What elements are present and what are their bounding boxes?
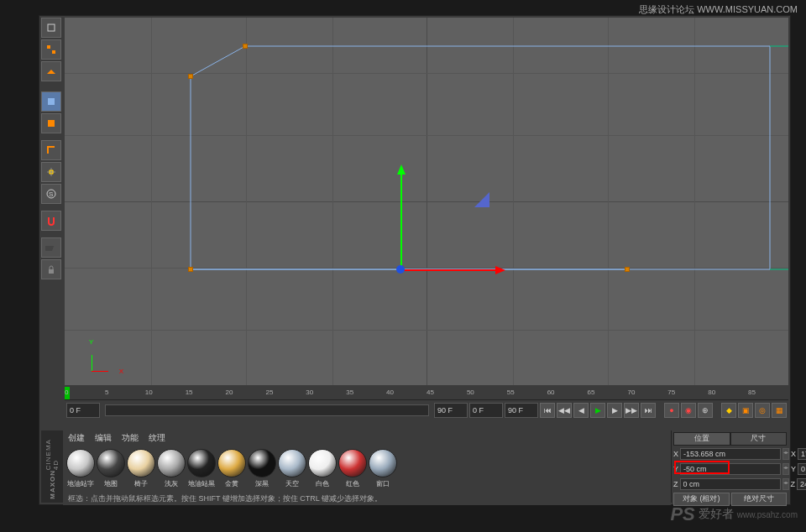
tool-point[interactable] bbox=[41, 162, 61, 182]
material-sphere-icon bbox=[127, 449, 155, 477]
spline-point[interactable] bbox=[188, 267, 193, 272]
x-size-input[interactable] bbox=[798, 448, 806, 460]
key-pos-button[interactable]: ◆ bbox=[721, 403, 736, 418]
ruler-tick-label: 40 bbox=[386, 389, 394, 396]
next-key-button[interactable]: ▶▶ bbox=[624, 403, 639, 418]
watermark-top: 思缘设计论坛 WWW.MISSYUAN.COM bbox=[639, 3, 798, 16]
material-item[interactable]: 地图 bbox=[97, 449, 125, 488]
spinner[interactable]: ◂▸ bbox=[782, 448, 789, 460]
record-button[interactable]: ● bbox=[664, 403, 679, 418]
material-item[interactable]: 天空 bbox=[278, 449, 306, 488]
material-item[interactable]: 椅子 bbox=[127, 449, 155, 488]
z-size-input[interactable] bbox=[797, 478, 806, 490]
tool-lock[interactable] bbox=[41, 259, 61, 279]
position-tab[interactable]: 位置 bbox=[673, 432, 730, 446]
y-position-input[interactable] bbox=[680, 463, 781, 475]
timeline-scrubber[interactable] bbox=[105, 404, 429, 416]
material-item[interactable]: 红色 bbox=[338, 449, 367, 488]
goto-start-button[interactable]: ⏮ bbox=[540, 403, 555, 418]
ruler-tick-label: 0 bbox=[65, 389, 68, 396]
material-label: 金黄 bbox=[225, 479, 238, 488]
end-frame-input[interactable] bbox=[434, 403, 468, 418]
tool-move[interactable] bbox=[41, 39, 61, 60]
material-item[interactable]: 金黄 bbox=[217, 449, 246, 488]
start-frame-input[interactable] bbox=[66, 403, 100, 418]
axis-label: X bbox=[673, 450, 678, 458]
ruler-tick-label: 70 bbox=[627, 389, 635, 396]
material-item[interactable]: 浅灰 bbox=[157, 449, 186, 488]
spline-point[interactable] bbox=[625, 267, 630, 272]
spline-point[interactable] bbox=[188, 74, 193, 79]
material-item[interactable]: 白色 bbox=[308, 449, 337, 488]
play-button[interactable]: ▶ bbox=[590, 403, 605, 418]
spline-point[interactable] bbox=[243, 44, 248, 49]
material-label: 天空 bbox=[285, 479, 299, 488]
tool-model[interactable] bbox=[41, 91, 61, 112]
autokey-button[interactable]: ◉ bbox=[681, 403, 696, 418]
material-row: 地油站字地图椅子浅灰地油站黑金黄深黑天空白色红色窗口 bbox=[63, 446, 671, 492]
material-tab[interactable]: 纹理 bbox=[149, 432, 165, 444]
z-position-input[interactable] bbox=[680, 478, 781, 490]
left-toolbar: S bbox=[39, 16, 63, 281]
timeline-ruler[interactable]: 0510152025303540455055606570758085 bbox=[65, 387, 788, 400]
material-tab[interactable]: 功能 bbox=[122, 432, 139, 444]
ruler-tick-label: 50 bbox=[467, 389, 474, 396]
cur-frame-input[interactable] bbox=[469, 403, 503, 418]
goto-end-button[interactable]: ⏭ bbox=[641, 403, 656, 418]
material-label: 窗口 bbox=[376, 479, 390, 488]
tool-live-select[interactable] bbox=[41, 18, 61, 38]
tool-magnet[interactable] bbox=[41, 211, 61, 231]
key-param-button[interactable]: ▦ bbox=[772, 403, 787, 418]
material-sphere-icon bbox=[369, 449, 397, 477]
x-position-input[interactable] bbox=[680, 448, 781, 460]
material-label: 白色 bbox=[316, 479, 329, 488]
material-sphere-icon bbox=[187, 449, 216, 477]
y-axis-arrow[interactable] bbox=[400, 169, 402, 269]
material-item[interactable]: 地油站黑 bbox=[187, 449, 216, 488]
ruler-tick-label: 60 bbox=[547, 389, 555, 396]
axis-center[interactable] bbox=[396, 265, 405, 274]
total-frame-input[interactable] bbox=[505, 403, 538, 418]
ruler-tick-label: 30 bbox=[306, 389, 313, 396]
ruler-tick-label: 20 bbox=[226, 389, 233, 396]
size-tab[interactable]: 尺寸 bbox=[730, 432, 788, 446]
material-item[interactable]: 窗口 bbox=[369, 449, 397, 488]
svg-rect-9 bbox=[49, 269, 54, 274]
key-options-button[interactable]: ⊕ bbox=[698, 403, 713, 418]
next-frame-button[interactable]: ▶ bbox=[607, 403, 622, 418]
timeline: 0510152025303540455055606570758085 ⏮ ◀◀ … bbox=[65, 387, 788, 429]
watermark-bottom: PS 爱好者 www.psahz.com bbox=[670, 503, 798, 525]
ps-logo: PS bbox=[670, 503, 694, 525]
material-item[interactable]: 地油站字 bbox=[66, 449, 95, 488]
material-tab[interactable]: 创建 bbox=[68, 432, 85, 444]
y-size-input[interactable] bbox=[798, 463, 806, 475]
svg-rect-4 bbox=[48, 120, 55, 127]
spinner[interactable]: ◂▸ bbox=[782, 478, 789, 490]
material-tabs: 创建编辑功能纹理 bbox=[63, 430, 671, 446]
key-scale-button[interactable]: ▣ bbox=[738, 403, 753, 418]
material-sphere-icon bbox=[97, 449, 125, 477]
tool-object[interactable] bbox=[41, 113, 61, 133]
svg-rect-2 bbox=[52, 50, 55, 54]
x-axis-arrow[interactable] bbox=[400, 269, 501, 271]
material-item[interactable]: 深黑 bbox=[248, 449, 276, 488]
material-panel: 创建编辑功能纹理 地油站字地图椅子浅灰地油站黑金黄深黑天空白色红色窗口 框选：点… bbox=[63, 430, 671, 503]
material-tab[interactable]: 编辑 bbox=[95, 432, 112, 444]
ruler-tick-label: 45 bbox=[427, 389, 434, 396]
ps-text: 爱好者 bbox=[699, 507, 734, 522]
ruler-tick-label: 75 bbox=[667, 389, 675, 396]
material-sphere-icon bbox=[338, 449, 367, 477]
tool-axis[interactable] bbox=[41, 140, 61, 160]
key-rot-button[interactable]: ◎ bbox=[755, 403, 770, 418]
material-label: 地油站黑 bbox=[188, 479, 215, 488]
bottom-panel: CINEMA 4D MAXON 创建编辑功能纹理 地油站字地图椅子浅灰地油站黑金… bbox=[41, 430, 788, 503]
tool-workplane[interactable] bbox=[41, 237, 61, 258]
tool-snap[interactable]: S bbox=[41, 184, 61, 204]
viewport[interactable] bbox=[65, 18, 788, 385]
tool-scale[interactable] bbox=[41, 61, 61, 81]
spinner[interactable]: ◂▸ bbox=[782, 463, 789, 475]
ruler-tick-label: 5 bbox=[105, 389, 108, 396]
prev-key-button[interactable]: ◀◀ bbox=[557, 403, 572, 418]
axis-plane-handle[interactable] bbox=[474, 192, 489, 207]
prev-frame-button[interactable]: ◀ bbox=[573, 403, 589, 418]
